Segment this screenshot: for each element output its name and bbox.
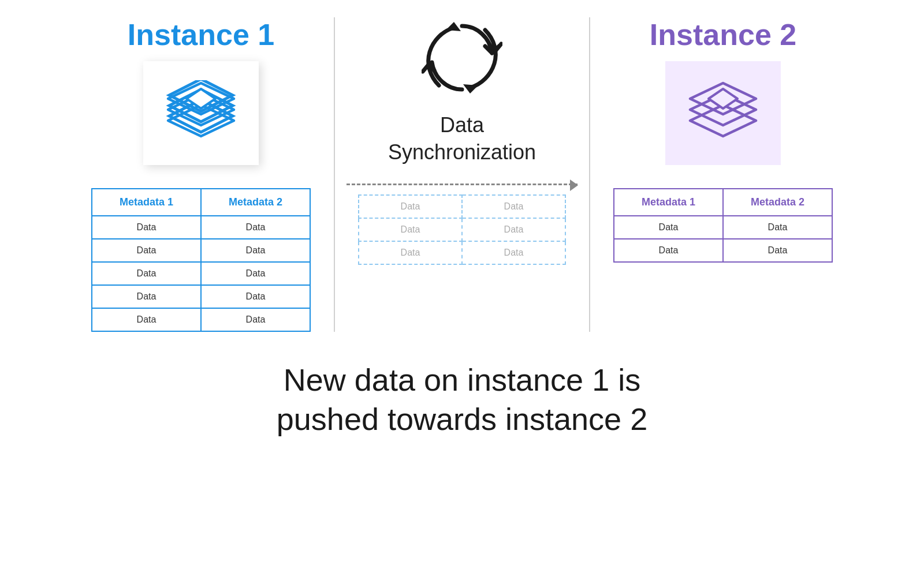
instance2-col2-header: Metadata 2 [723,189,832,216]
dashed-table-cell: Data [462,241,565,264]
instance1-col1-header: Metadata 1 [92,189,201,216]
instance1-col2-header: Metadata 2 [201,189,310,216]
instance2-title: Instance 2 [650,17,796,52]
center-dashed-table: DataDataDataDataDataData [358,194,566,265]
bottom-description: New data on instance 1 ispushed towards … [230,361,694,439]
dashed-arrow [346,184,578,185]
dashed-table-cell: Data [359,195,462,218]
instance2-col1-header: Metadata 1 [614,189,723,216]
svg-marker-1 [463,84,478,93]
table-cell: Data [92,216,201,239]
dashed-table-cell: Data [462,218,565,241]
table-cell: Data [614,239,723,262]
table-cell: Data [201,285,310,308]
dashed-arrow-row [346,184,578,185]
instance2-table: Metadata 1 Metadata 2 DataDataDataData [613,188,833,263]
main-container: Instance 1 [0,0,924,569]
instance2-icon-box [665,61,781,165]
table-cell: Data [723,239,832,262]
table-cell: Data [201,239,310,262]
center-panel: DataSynchronization DataDataDataDataData… [335,17,589,332]
dashed-table-cell: Data [462,195,565,218]
sync-icon [422,17,502,100]
instance1-table: Metadata 1 Metadata 2 DataDataDataDataDa… [91,188,311,332]
table-cell: Data [92,239,201,262]
dashed-table-cell: Data [359,241,462,264]
instance1-title: Instance 1 [128,17,274,52]
sync-label: DataSynchronization [388,112,536,166]
instance1-icon-box [143,61,259,165]
table-cell: Data [201,262,310,285]
table-cell: Data [92,308,201,331]
table-cell: Data [201,216,310,239]
table-cell: Data [92,285,201,308]
table-cell: Data [92,262,201,285]
instance2-panel: Instance 2 Metadata 1 [590,17,856,332]
svg-marker-0 [446,22,461,31]
dashed-table-cell: Data [359,218,462,241]
table-cell: Data [614,216,723,239]
top-row: Instance 1 [0,0,924,332]
instance1-panel: Instance 1 [68,17,334,332]
table-cell: Data [723,216,832,239]
table-cell: Data [201,308,310,331]
